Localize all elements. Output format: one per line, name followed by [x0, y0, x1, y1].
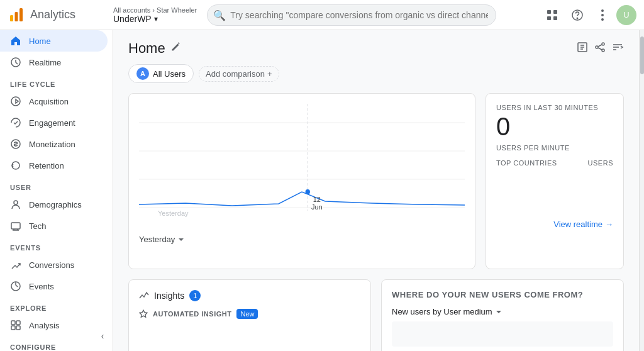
- new-badge: New: [236, 309, 258, 319]
- home-icon: [10, 35, 21, 47]
- svg-point-8: [577, 18, 577, 18]
- date-selector[interactable]: Yesterday: [139, 235, 185, 244]
- engagement-icon: [10, 117, 21, 128]
- sidebar-collapse-button[interactable]: ‹: [92, 326, 113, 346]
- help-icon-button[interactable]: [566, 4, 589, 26]
- automated-insight-icon: [139, 309, 148, 318]
- top-countries-label: TOP COUNTRIES: [496, 159, 557, 167]
- insights-count-badge: 1: [189, 290, 201, 301]
- app-title: Analytics: [30, 8, 75, 21]
- svg-rect-4: [553, 10, 557, 14]
- sidebar-item-retention[interactable]: Retention: [0, 155, 108, 176]
- svg-rect-19: [11, 326, 15, 330]
- avatar[interactable]: U: [616, 5, 636, 25]
- realtime-icon: [10, 57, 21, 68]
- sidebar-item-analysis[interactable]: Analysis: [0, 315, 108, 336]
- new-users-selector[interactable]: New users by User medium: [392, 307, 613, 316]
- sidebar-item-demographics[interactable]: Demographics: [0, 194, 108, 215]
- conversions-icon: [10, 259, 21, 270]
- retention-icon: [10, 160, 21, 171]
- analytics-logo-icon: [8, 6, 25, 24]
- chart-label-yesterday: Yesterday: [158, 209, 189, 217]
- topbar-actions: U: [541, 4, 636, 26]
- search-bar: 🔍: [207, 4, 496, 26]
- view-realtime-link[interactable]: View realtime →: [496, 220, 613, 229]
- svg-rect-6: [553, 16, 557, 20]
- events-section-label: EVENTS: [0, 237, 113, 254]
- search-input[interactable]: [207, 4, 496, 26]
- svg-rect-20: [16, 326, 20, 330]
- share-icon-button[interactable]: [594, 41, 606, 57]
- top-countries-data: [496, 172, 613, 209]
- insights-title: Insights: [154, 291, 184, 301]
- page-title-row: Home: [128, 40, 180, 57]
- svg-rect-2: [19, 8, 23, 21]
- edit-title-icon[interactable]: [170, 42, 180, 55]
- svg-point-23: [602, 43, 604, 45]
- where-header: WHERE DO YOUR NEW USERS COME FROM?: [392, 290, 613, 299]
- chart-footer: Yesterday: [139, 235, 465, 244]
- users-col-label: USERS: [588, 159, 613, 167]
- sidebar-item-home[interactable]: Home: [0, 30, 108, 52]
- svg-point-33: [306, 189, 310, 194]
- page-header: Home: [128, 40, 624, 57]
- account-name[interactable]: UnderWP ▾: [113, 14, 197, 24]
- svg-rect-1: [15, 12, 18, 21]
- bottom-row: Insights 1 AUTOMATED INSIGHT New WHERE D…: [128, 279, 624, 351]
- layout: Home Realtime LIFE CYCLE Acquisition Eng…: [0, 30, 644, 351]
- realtime-card: USERS IN LAST 30 MINUTES 0 USERS PER MIN…: [486, 93, 624, 269]
- page-title: Home: [128, 40, 165, 57]
- chart-svg: [139, 104, 465, 217]
- tech-icon: [10, 220, 21, 231]
- sidebar-item-events[interactable]: Events: [0, 276, 108, 297]
- svg-rect-17: [11, 321, 15, 325]
- where-card: WHERE DO YOUR NEW USERS COME FROM? New u…: [381, 279, 624, 351]
- cards-row: Yesterday 12 Jun Yesterday USERS IN LAST…: [128, 93, 624, 269]
- insights-card: Insights 1 AUTOMATED INSIGHT New: [128, 279, 371, 351]
- svg-point-25: [602, 49, 604, 52]
- svg-rect-5: [547, 16, 551, 20]
- svg-rect-18: [16, 321, 20, 325]
- realtime-section-label: USERS IN LAST 30 MINUTES: [496, 104, 613, 111]
- svg-point-24: [596, 46, 598, 48]
- sidebar-item-acquisition[interactable]: Acquisition: [0, 91, 108, 112]
- header-actions: [576, 41, 624, 57]
- svg-point-10: [601, 14, 604, 16]
- apps-icon-button[interactable]: [541, 4, 564, 26]
- filter-row: A All Users Add comparison +: [128, 64, 624, 83]
- where-chart-placeholder: [392, 321, 613, 347]
- scrollbar[interactable]: [639, 30, 644, 351]
- sidebar-item-conversions[interactable]: Conversions: [0, 254, 108, 276]
- topbar: Analytics All accounts › Star Wheeler Un…: [0, 0, 644, 30]
- svg-line-26: [598, 45, 602, 47]
- lifecycle-section-label: LIFE CYCLE: [0, 73, 113, 91]
- events-icon: [10, 281, 21, 292]
- all-users-filter-chip[interactable]: A All Users: [128, 64, 194, 83]
- filter-avatar: A: [136, 67, 149, 80]
- sidebar-item-realtime[interactable]: Realtime: [0, 52, 108, 73]
- main-content: Home A All Users: [113, 30, 639, 351]
- acquisition-icon: [10, 96, 21, 107]
- svg-rect-3: [547, 10, 551, 14]
- insights-sparkline-icon: [139, 291, 149, 301]
- user-section-label: USER: [0, 176, 113, 194]
- chart-label-date: 12 Jun: [311, 196, 323, 211]
- sidebar-item-engagement[interactable]: Engagement: [0, 112, 108, 133]
- sidebar-item-monetization[interactable]: Monetization: [0, 133, 108, 155]
- export-icon-button[interactable]: [576, 41, 589, 57]
- svg-rect-15: [11, 223, 20, 229]
- more-options-icon-button[interactable]: [591, 4, 614, 26]
- scrollbar-thumb: [640, 36, 644, 74]
- chart-card: Yesterday 12 Jun Yesterday: [128, 93, 475, 269]
- monetization-icon: [10, 138, 21, 150]
- customize-icon-button[interactable]: [611, 41, 624, 57]
- add-comparison-button[interactable]: Add comparison +: [199, 66, 279, 82]
- svg-point-9: [601, 9, 604, 12]
- automated-insight-row: AUTOMATED INSIGHT New: [139, 309, 360, 319]
- logo: Analytics: [8, 6, 108, 24]
- breadcrumb: All accounts › Star Wheeler: [113, 6, 197, 14]
- sidebar-item-tech[interactable]: Tech: [0, 215, 108, 237]
- search-icon: 🔍: [213, 9, 226, 21]
- realtime-user-count: 0: [496, 114, 613, 139]
- sidebar: Home Realtime LIFE CYCLE Acquisition Eng…: [0, 30, 113, 351]
